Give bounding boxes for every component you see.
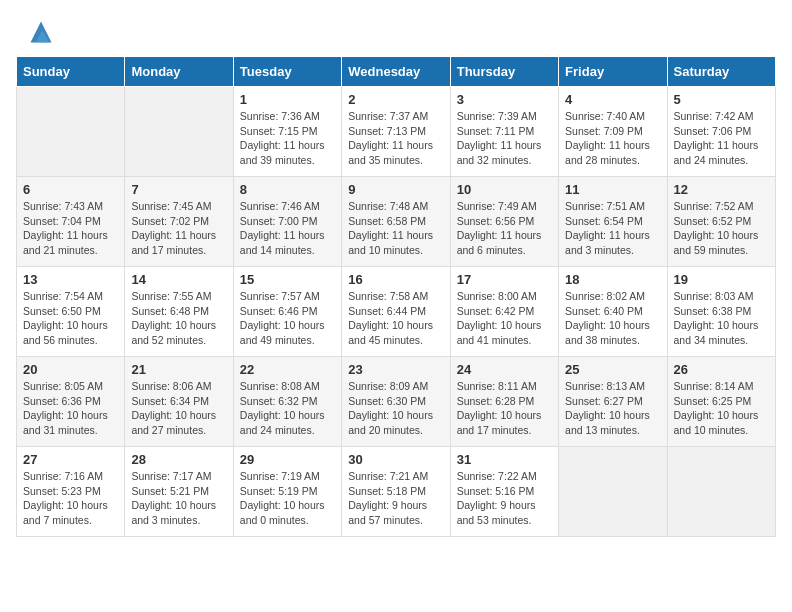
day-info: Sunrise: 8:06 AMSunset: 6:34 PMDaylight:… bbox=[131, 379, 226, 438]
day-info: Sunrise: 7:40 AMSunset: 7:09 PMDaylight:… bbox=[565, 109, 660, 168]
day-cell: 8Sunrise: 7:46 AMSunset: 7:00 PMDaylight… bbox=[233, 177, 341, 267]
day-info: Sunrise: 8:13 AMSunset: 6:27 PMDaylight:… bbox=[565, 379, 660, 438]
day-info: Sunrise: 7:51 AMSunset: 6:54 PMDaylight:… bbox=[565, 199, 660, 258]
day-cell: 2Sunrise: 7:37 AMSunset: 7:13 PMDaylight… bbox=[342, 87, 450, 177]
day-info: Sunrise: 8:03 AMSunset: 6:38 PMDaylight:… bbox=[674, 289, 769, 348]
day-cell: 14Sunrise: 7:55 AMSunset: 6:48 PMDayligh… bbox=[125, 267, 233, 357]
day-info: Sunrise: 8:02 AMSunset: 6:40 PMDaylight:… bbox=[565, 289, 660, 348]
day-info: Sunrise: 7:43 AMSunset: 7:04 PMDaylight:… bbox=[23, 199, 118, 258]
day-cell: 13Sunrise: 7:54 AMSunset: 6:50 PMDayligh… bbox=[17, 267, 125, 357]
day-number: 6 bbox=[23, 182, 118, 197]
day-number: 2 bbox=[348, 92, 443, 107]
day-number: 11 bbox=[565, 182, 660, 197]
col-header-wednesday: Wednesday bbox=[342, 57, 450, 87]
day-number: 19 bbox=[674, 272, 769, 287]
logo-icon bbox=[27, 18, 55, 46]
week-row-4: 27Sunrise: 7:16 AMSunset: 5:23 PMDayligh… bbox=[17, 447, 776, 537]
day-cell: 16Sunrise: 7:58 AMSunset: 6:44 PMDayligh… bbox=[342, 267, 450, 357]
day-number: 5 bbox=[674, 92, 769, 107]
day-cell bbox=[17, 87, 125, 177]
day-number: 20 bbox=[23, 362, 118, 377]
day-cell: 20Sunrise: 8:05 AMSunset: 6:36 PMDayligh… bbox=[17, 357, 125, 447]
day-cell: 23Sunrise: 8:09 AMSunset: 6:30 PMDayligh… bbox=[342, 357, 450, 447]
day-number: 8 bbox=[240, 182, 335, 197]
day-info: Sunrise: 8:05 AMSunset: 6:36 PMDaylight:… bbox=[23, 379, 118, 438]
day-cell: 27Sunrise: 7:16 AMSunset: 5:23 PMDayligh… bbox=[17, 447, 125, 537]
day-info: Sunrise: 7:21 AMSunset: 5:18 PMDaylight:… bbox=[348, 469, 443, 528]
col-header-sunday: Sunday bbox=[17, 57, 125, 87]
day-number: 4 bbox=[565, 92, 660, 107]
day-cell: 5Sunrise: 7:42 AMSunset: 7:06 PMDaylight… bbox=[667, 87, 775, 177]
day-number: 27 bbox=[23, 452, 118, 467]
col-header-saturday: Saturday bbox=[667, 57, 775, 87]
day-cell: 15Sunrise: 7:57 AMSunset: 6:46 PMDayligh… bbox=[233, 267, 341, 357]
day-cell: 31Sunrise: 7:22 AMSunset: 5:16 PMDayligh… bbox=[450, 447, 558, 537]
day-info: Sunrise: 8:00 AMSunset: 6:42 PMDaylight:… bbox=[457, 289, 552, 348]
day-number: 10 bbox=[457, 182, 552, 197]
day-number: 1 bbox=[240, 92, 335, 107]
day-info: Sunrise: 8:11 AMSunset: 6:28 PMDaylight:… bbox=[457, 379, 552, 438]
logo bbox=[24, 18, 55, 46]
day-number: 3 bbox=[457, 92, 552, 107]
day-cell: 3Sunrise: 7:39 AMSunset: 7:11 PMDaylight… bbox=[450, 87, 558, 177]
day-number: 28 bbox=[131, 452, 226, 467]
day-info: Sunrise: 7:55 AMSunset: 6:48 PMDaylight:… bbox=[131, 289, 226, 348]
week-row-2: 13Sunrise: 7:54 AMSunset: 6:50 PMDayligh… bbox=[17, 267, 776, 357]
day-info: Sunrise: 8:14 AMSunset: 6:25 PMDaylight:… bbox=[674, 379, 769, 438]
day-info: Sunrise: 7:49 AMSunset: 6:56 PMDaylight:… bbox=[457, 199, 552, 258]
day-cell: 1Sunrise: 7:36 AMSunset: 7:15 PMDaylight… bbox=[233, 87, 341, 177]
day-cell bbox=[667, 447, 775, 537]
day-info: Sunrise: 7:57 AMSunset: 6:46 PMDaylight:… bbox=[240, 289, 335, 348]
day-number: 9 bbox=[348, 182, 443, 197]
day-number: 31 bbox=[457, 452, 552, 467]
day-cell: 28Sunrise: 7:17 AMSunset: 5:21 PMDayligh… bbox=[125, 447, 233, 537]
day-cell: 11Sunrise: 7:51 AMSunset: 6:54 PMDayligh… bbox=[559, 177, 667, 267]
week-row-3: 20Sunrise: 8:05 AMSunset: 6:36 PMDayligh… bbox=[17, 357, 776, 447]
day-cell: 29Sunrise: 7:19 AMSunset: 5:19 PMDayligh… bbox=[233, 447, 341, 537]
calendar-table: SundayMondayTuesdayWednesdayThursdayFrid… bbox=[16, 56, 776, 537]
day-info: Sunrise: 7:39 AMSunset: 7:11 PMDaylight:… bbox=[457, 109, 552, 168]
day-info: Sunrise: 7:37 AMSunset: 7:13 PMDaylight:… bbox=[348, 109, 443, 168]
day-cell: 17Sunrise: 8:00 AMSunset: 6:42 PMDayligh… bbox=[450, 267, 558, 357]
day-number: 23 bbox=[348, 362, 443, 377]
day-cell: 4Sunrise: 7:40 AMSunset: 7:09 PMDaylight… bbox=[559, 87, 667, 177]
day-cell: 30Sunrise: 7:21 AMSunset: 5:18 PMDayligh… bbox=[342, 447, 450, 537]
day-number: 21 bbox=[131, 362, 226, 377]
header-row: SundayMondayTuesdayWednesdayThursdayFrid… bbox=[17, 57, 776, 87]
day-number: 22 bbox=[240, 362, 335, 377]
day-number: 30 bbox=[348, 452, 443, 467]
day-info: Sunrise: 7:22 AMSunset: 5:16 PMDaylight:… bbox=[457, 469, 552, 528]
day-cell: 19Sunrise: 8:03 AMSunset: 6:38 PMDayligh… bbox=[667, 267, 775, 357]
day-cell: 24Sunrise: 8:11 AMSunset: 6:28 PMDayligh… bbox=[450, 357, 558, 447]
col-header-friday: Friday bbox=[559, 57, 667, 87]
day-info: Sunrise: 7:58 AMSunset: 6:44 PMDaylight:… bbox=[348, 289, 443, 348]
day-number: 25 bbox=[565, 362, 660, 377]
day-info: Sunrise: 7:45 AMSunset: 7:02 PMDaylight:… bbox=[131, 199, 226, 258]
day-cell: 6Sunrise: 7:43 AMSunset: 7:04 PMDaylight… bbox=[17, 177, 125, 267]
day-info: Sunrise: 7:42 AMSunset: 7:06 PMDaylight:… bbox=[674, 109, 769, 168]
day-info: Sunrise: 7:48 AMSunset: 6:58 PMDaylight:… bbox=[348, 199, 443, 258]
day-cell: 26Sunrise: 8:14 AMSunset: 6:25 PMDayligh… bbox=[667, 357, 775, 447]
day-cell: 12Sunrise: 7:52 AMSunset: 6:52 PMDayligh… bbox=[667, 177, 775, 267]
day-cell: 9Sunrise: 7:48 AMSunset: 6:58 PMDaylight… bbox=[342, 177, 450, 267]
day-number: 12 bbox=[674, 182, 769, 197]
day-info: Sunrise: 7:19 AMSunset: 5:19 PMDaylight:… bbox=[240, 469, 335, 528]
day-number: 13 bbox=[23, 272, 118, 287]
day-info: Sunrise: 7:54 AMSunset: 6:50 PMDaylight:… bbox=[23, 289, 118, 348]
day-number: 29 bbox=[240, 452, 335, 467]
col-header-tuesday: Tuesday bbox=[233, 57, 341, 87]
week-row-1: 6Sunrise: 7:43 AMSunset: 7:04 PMDaylight… bbox=[17, 177, 776, 267]
day-info: Sunrise: 7:17 AMSunset: 5:21 PMDaylight:… bbox=[131, 469, 226, 528]
col-header-monday: Monday bbox=[125, 57, 233, 87]
day-cell: 25Sunrise: 8:13 AMSunset: 6:27 PMDayligh… bbox=[559, 357, 667, 447]
day-number: 18 bbox=[565, 272, 660, 287]
day-info: Sunrise: 7:36 AMSunset: 7:15 PMDaylight:… bbox=[240, 109, 335, 168]
day-info: Sunrise: 8:08 AMSunset: 6:32 PMDaylight:… bbox=[240, 379, 335, 438]
day-info: Sunrise: 7:52 AMSunset: 6:52 PMDaylight:… bbox=[674, 199, 769, 258]
day-info: Sunrise: 8:09 AMSunset: 6:30 PMDaylight:… bbox=[348, 379, 443, 438]
day-number: 26 bbox=[674, 362, 769, 377]
calendar-wrapper: SundayMondayTuesdayWednesdayThursdayFrid… bbox=[0, 56, 792, 545]
day-number: 7 bbox=[131, 182, 226, 197]
day-number: 17 bbox=[457, 272, 552, 287]
day-number: 24 bbox=[457, 362, 552, 377]
